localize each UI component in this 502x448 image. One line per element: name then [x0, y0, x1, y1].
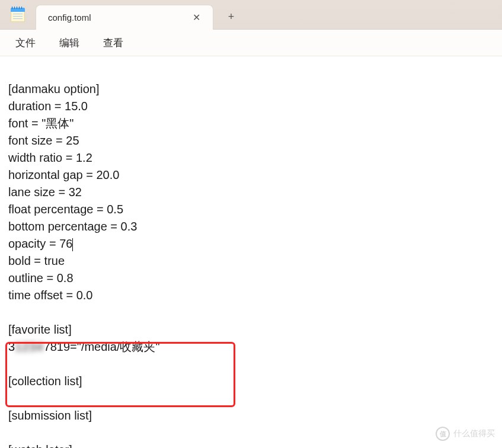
- menubar: 文件 编辑 查看: [0, 30, 502, 56]
- app-icon-area: [0, 0, 36, 29]
- new-tab-button[interactable]: +: [218, 4, 244, 29]
- notepad-icon: [11, 8, 25, 22]
- tab-title: config.toml: [48, 12, 182, 23]
- text-editor[interactable]: [danmaku option]duration = 15.0font = "黑…: [8, 63, 494, 448]
- titlebar: config.toml ✕ +: [0, 0, 502, 30]
- watermark-icon: 值: [436, 427, 450, 441]
- close-icon[interactable]: ✕: [189, 11, 203, 25]
- watermark-text: 什么值得买: [453, 428, 495, 439]
- content-area: [danmaku option]duration = 15.0font = "黑…: [0, 56, 502, 448]
- menu-view[interactable]: 查看: [91, 31, 135, 55]
- menu-file[interactable]: 文件: [4, 31, 47, 55]
- tab-area: config.toml ✕ +: [36, 0, 502, 29]
- watermark: 值 什么值得买: [436, 427, 495, 441]
- file-tab[interactable]: config.toml ✕: [36, 5, 213, 30]
- menu-edit[interactable]: 编辑: [47, 31, 91, 55]
